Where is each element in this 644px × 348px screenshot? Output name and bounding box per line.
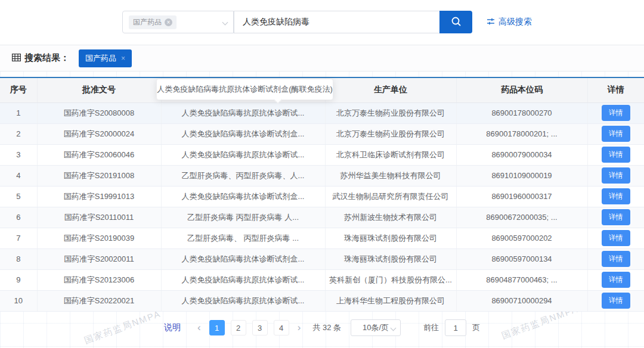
cell-manufacturer: 珠海丽珠试剂股份有限公司 bbox=[325, 248, 456, 269]
tag-close-icon[interactable]: × bbox=[121, 54, 125, 63]
cell-approval: 国药准字S20220021 bbox=[37, 290, 161, 311]
note-link[interactable]: 说明 bbox=[164, 322, 181, 333]
cell-name[interactable]: 乙型肝炎病毒、丙型肝炎病毒、人... bbox=[161, 165, 325, 186]
cell-no: 10 bbox=[0, 290, 37, 311]
header-approval: 批准文号 bbox=[37, 78, 161, 102]
cell-no: 2 bbox=[0, 123, 37, 144]
category-tag-label: 国产药品 bbox=[133, 17, 162, 27]
cell-manufacturer: 珠海丽珠试剂股份有限公司 bbox=[325, 228, 456, 248]
category-tag: 国产药品 × bbox=[129, 15, 177, 29]
page-button-2[interactable]: 2 bbox=[231, 320, 246, 335]
category-tag-close-icon[interactable]: × bbox=[165, 18, 172, 26]
cell-approval: 国药准字S20080008 bbox=[37, 102, 161, 123]
cell-approval: 国药准字S20060046 bbox=[37, 144, 161, 165]
cell-manufacturer: 北京万泰生物药业股份有限公司 bbox=[325, 102, 456, 123]
cell-name[interactable]: 人类免疫缺陷病毒抗原抗体诊断试... bbox=[161, 269, 325, 290]
cell-code: 86904877000463; ... bbox=[456, 269, 587, 290]
detail-button[interactable]: 详情 bbox=[602, 251, 630, 267]
search-button[interactable] bbox=[439, 11, 472, 33]
header-manufacturer: 生产单位 bbox=[325, 78, 456, 102]
search-input[interactable] bbox=[234, 11, 439, 33]
category-dropdown[interactable]: 国产药品 × bbox=[122, 11, 234, 33]
detail-button[interactable]: 详情 bbox=[602, 209, 630, 225]
table-row: 10 国药准字S20220021 人类免疫缺陷病毒抗原抗体诊断试... 上海科华… bbox=[0, 290, 644, 311]
cell-no: 1 bbox=[0, 102, 37, 123]
sliders-icon bbox=[487, 17, 495, 27]
cell-approval: 国药准字S20191008 bbox=[37, 165, 161, 186]
cell-code: 86900178000270 bbox=[456, 102, 587, 123]
page-button-4[interactable]: 4 bbox=[274, 320, 289, 335]
table-row: 3 国药准字S20060046 人类免疫缺陷病毒抗原抗体诊断试... 北京科卫临… bbox=[0, 144, 644, 165]
advanced-search-label: 高级搜索 bbox=[499, 17, 532, 27]
detail-button[interactable]: 详情 bbox=[602, 188, 630, 204]
table-row: 8 国药准字S20020011 人类免疫缺陷病毒抗体诊断试剂盒... 珠海丽珠试… bbox=[0, 248, 644, 269]
cell-name[interactable]: 人类免疫缺陷病毒抗体诊断试剂盒... bbox=[161, 123, 325, 144]
cell-manufacturer: 北京科卫临床诊断试剂有限公司 bbox=[325, 144, 456, 165]
prev-page-icon[interactable]: ‹ bbox=[195, 322, 203, 334]
goto-page-input[interactable] bbox=[445, 319, 466, 336]
cell-no: 5 bbox=[0, 186, 37, 207]
cell-manufacturer: 北京万泰生物药业股份有限公司 bbox=[325, 123, 456, 144]
detail-button[interactable]: 详情 bbox=[602, 126, 630, 142]
cell-name[interactable]: 乙型肝炎病毒 丙型肝炎病毒 人... bbox=[161, 207, 325, 228]
cell-code: 86900597000202 bbox=[456, 228, 587, 248]
header-no: 序号 bbox=[0, 78, 37, 102]
cell-manufacturer: 武汉生物制品研究所有限责任公司 bbox=[325, 186, 456, 207]
drug-name-tooltip: 人类免疫缺陷病毒抗原抗体诊断试剂盒(酶联免疫法) bbox=[156, 79, 333, 100]
cell-name[interactable]: 人类免疫缺陷病毒抗原抗体诊断试... bbox=[161, 102, 325, 123]
header-detail: 详情 bbox=[587, 78, 644, 102]
cell-code: 86900079000034 bbox=[456, 144, 587, 165]
cell-no: 6 bbox=[0, 207, 37, 228]
cell-no: 4 bbox=[0, 165, 37, 186]
cell-code: 86900597000134 bbox=[456, 248, 587, 269]
cell-approval: 国药准字S20123006 bbox=[37, 269, 161, 290]
cell-manufacturer: 苏州新波生物技术有限公司 bbox=[325, 207, 456, 228]
search-area: 国产药品 × 高级搜索 bbox=[0, 0, 644, 45]
detail-button[interactable]: 详情 bbox=[602, 230, 630, 246]
page-button-1[interactable]: 1 bbox=[209, 320, 225, 335]
cell-code: 86901960000317 bbox=[456, 186, 587, 207]
detail-button[interactable]: 详情 bbox=[602, 272, 630, 288]
cell-no: 3 bbox=[0, 144, 37, 165]
table-row: 4 国药准字S20191008 乙型肝炎病毒、丙型肝炎病毒、人... 苏州华益美… bbox=[0, 165, 644, 186]
cell-manufacturer: 英科新创（厦门）科技股份有限公... bbox=[325, 269, 456, 290]
advanced-search-link[interactable]: 高级搜索 bbox=[487, 17, 532, 27]
search-icon bbox=[450, 15, 462, 29]
cell-approval: 国药准字S19991013 bbox=[37, 186, 161, 207]
cell-name[interactable]: 人类免疫缺陷病毒抗体诊断试剂盒... bbox=[161, 186, 325, 207]
results-label-wrap: 搜索结果： bbox=[12, 52, 69, 64]
detail-button[interactable]: 详情 bbox=[602, 167, 630, 184]
cell-no: 8 bbox=[0, 248, 37, 269]
cell-name[interactable]: 人类免疫缺陷病毒抗原抗体诊断试... bbox=[161, 144, 325, 165]
pagination: 说明 ‹ 1 2 3 4 › 共 32 条 10条/页 前往 页 bbox=[0, 318, 644, 337]
goto-suffix: 页 bbox=[472, 322, 480, 333]
chevron-down-icon bbox=[391, 325, 397, 331]
detail-button[interactable]: 详情 bbox=[602, 293, 630, 309]
results-table: 序号 批准文号 生产单位 药品本位码 详情 1 国药准字S20080008 人类… bbox=[0, 77, 644, 312]
total-count: 共 32 条 bbox=[312, 322, 341, 333]
table-row: 2 国药准字S20000024 人类免疫缺陷病毒抗体诊断试剂盒... 北京万泰生… bbox=[0, 123, 644, 144]
cell-manufacturer: 苏州华益美生物科技有限公司 bbox=[325, 165, 456, 186]
table-row: 1 国药准字S20080008 人类免疫缺陷病毒抗原抗体诊断试... 北京万泰生… bbox=[0, 102, 644, 123]
page-button-3[interactable]: 3 bbox=[252, 320, 268, 335]
table-row: 6 国药准字S20110011 乙型肝炎病毒 丙型肝炎病毒 人... 苏州新波生… bbox=[0, 207, 644, 228]
cell-approval: 国药准字S20000024 bbox=[37, 123, 161, 144]
detail-button[interactable]: 详情 bbox=[602, 105, 630, 121]
page-size-select[interactable]: 10条/页 bbox=[351, 319, 401, 336]
cell-no: 9 bbox=[0, 269, 37, 290]
detail-button[interactable]: 详情 bbox=[602, 147, 630, 163]
results-label: 搜索结果： bbox=[24, 52, 69, 64]
cell-code: 86910109000019 bbox=[456, 165, 587, 186]
next-page-icon[interactable]: › bbox=[295, 322, 304, 334]
cell-name[interactable]: 人类免疫缺陷病毒抗体诊断试剂盒... bbox=[161, 248, 325, 269]
results-filter-tag[interactable]: 国产药品 × bbox=[79, 49, 132, 67]
header-code: 药品本位码 bbox=[456, 78, 587, 102]
cell-name[interactable]: 人类免疫缺陷病毒抗原抗体诊断试... bbox=[161, 290, 325, 311]
cell-name[interactable]: 乙型肝炎病毒、 丙型肝炎病毒 ... bbox=[161, 228, 325, 248]
cell-code: 86900672000035; ... bbox=[456, 207, 587, 228]
goto-label: 前往 bbox=[423, 322, 439, 333]
cell-code: 86900178000201; ... bbox=[456, 123, 587, 144]
cell-approval: 国药准字S20020011 bbox=[37, 248, 161, 269]
cell-no: 7 bbox=[0, 228, 37, 248]
grid-icon bbox=[12, 53, 21, 63]
